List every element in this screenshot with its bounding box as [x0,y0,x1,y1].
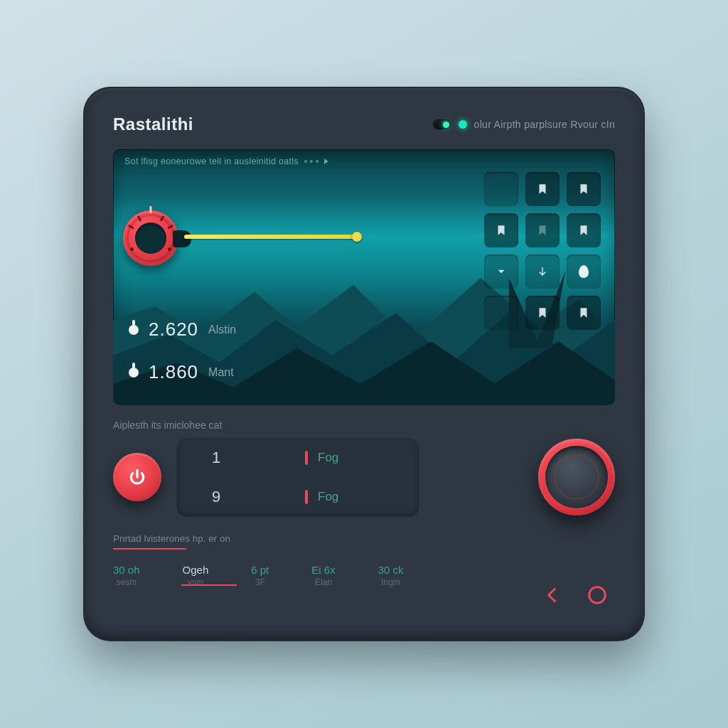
mode-row-1-label[interactable]: Fog [318,451,405,465]
status-cell-empty [484,296,518,330]
readout-1-label: Alstin [208,323,236,336]
bookmark-icon[interactable] [567,213,601,247]
scale-option-sub: Elan [311,577,335,587]
bookmark-icon[interactable] [484,213,518,247]
status-led-icon [459,120,467,129]
scale-option-label: 30 ck [378,564,404,576]
readout-1: 2.620 Alstin [129,318,236,341]
scale-option-sub: Ingm [378,577,404,587]
footer-controls [541,583,609,607]
scale-option-2[interactable]: 6 pt 3F [251,564,269,587]
scale-option-sub: 3F [251,577,269,587]
section-2-label: Pnrtad lvisterones hp. er on [113,533,615,544]
bookmark-icon[interactable] [567,296,601,330]
scale-option-label: 30 oh [113,564,140,576]
bookmark-icon[interactable] [567,172,601,206]
toggle-indicator[interactable] [433,119,451,129]
bookmark-icon[interactable] [525,213,560,247]
scale-option-sub: vsm [183,577,209,587]
scale-option-label: Ei 6x [311,564,335,576]
scale-option-0[interactable]: 30 oh sesm [113,564,140,587]
svg-point-0 [589,587,606,604]
down-arrow-icon[interactable] [525,255,560,289]
scale-option-3[interactable]: Ei 6x Elan [311,564,335,587]
display-caption: Sot lfisg eoneurowe tell in ausleinitid … [124,156,328,166]
mode-row-2-label[interactable]: Fog [318,490,405,504]
pin-icon [129,368,139,378]
pin-icon [129,325,139,335]
record-button[interactable] [585,583,609,607]
display-caption-text: Sot lfisg eoneurowe tell in ausleinitid … [124,156,299,166]
section-2-underline [113,548,444,550]
drop-icon[interactable] [567,255,601,289]
bookmark-icon[interactable] [525,172,560,206]
section-1-label: Aiplesth its imiclohee cat [113,419,615,431]
play-icon[interactable] [324,159,328,164]
app-title: Rastalithi [113,114,193,134]
header: Rastalithi olur Airpth parplsure Rvour c… [113,112,615,136]
chevron-down-icon[interactable] [484,255,518,289]
scale-option-1[interactable]: Ogeh vsm [183,564,209,587]
dial-pointer-icon [150,206,152,213]
device-panel: Rastalithi olur Airpth parplsure Rvour c… [83,87,645,641]
controls-row: 1 Fog 9 Fog [113,438,615,516]
mode-row-2-num: 9 [191,488,241,506]
divider-icon [305,451,308,465]
scale-option-label: 6 pt [251,564,269,576]
mode-panel: 1 Fog 9 Fog [177,438,419,516]
rotary-knob[interactable] [538,439,615,515]
scale-option-label: Ogeh [183,564,209,576]
bookmark-icon[interactable] [525,296,560,330]
main-display: Sot lfisg eoneurowe tell in ausleinitid … [113,149,615,405]
readout-2-value: 1.860 [149,361,198,383]
readout-2: 1.860 Mant [129,361,234,383]
status-icon-grid [484,172,605,330]
header-status-text: olur Airpth parplsure Rvour cIn [474,119,615,130]
power-button[interactable] [113,453,161,501]
mode-row-1-num: 1 [191,449,241,467]
scale-option-sub: sesm [113,577,140,587]
divider-icon [305,490,308,504]
readout-2-label: Mant [208,366,234,379]
readout-1-value: 2.620 [149,318,198,341]
scale-selector: 30 oh sesm Ogeh vsm 6 pt 3F Ei 6x Elan 3… [113,564,615,587]
ellipsis-icon [304,160,318,163]
back-button[interactable] [541,583,565,607]
header-right: olur Airpth parplsure Rvour cIn [433,119,615,130]
scale-option-4[interactable]: 30 ck Ingm [378,564,404,587]
status-cell-empty [484,172,518,206]
